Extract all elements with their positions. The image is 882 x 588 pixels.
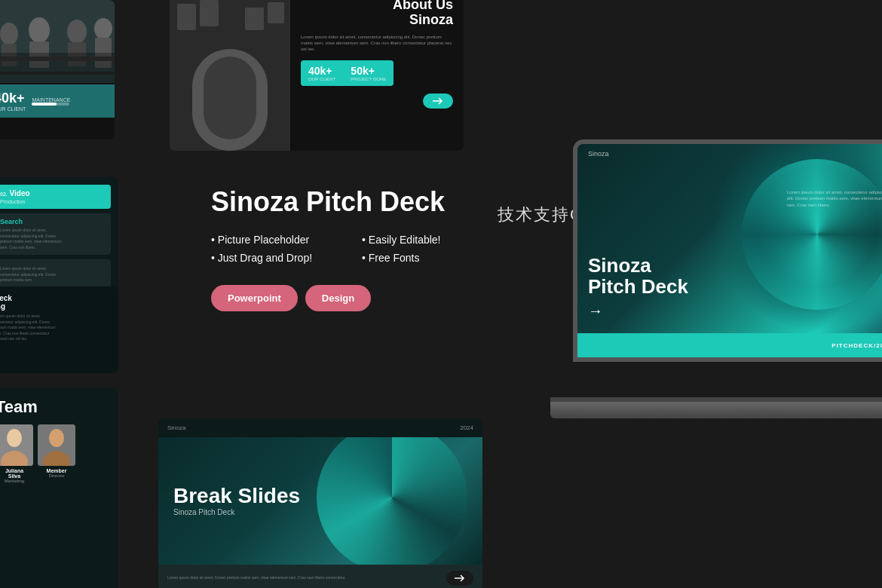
office-progress-fill — [32, 103, 57, 106]
svg-rect-16 — [245, 8, 264, 30]
design-button[interactable]: Design — [305, 285, 371, 311]
feature-picture-placeholder: • Picture Placeholder — [211, 234, 347, 246]
deck-lorem: Lorem ipsum dolor sit amet,consectetur a… — [0, 314, 111, 342]
about-heading: About Us Sinoza — [301, 0, 453, 28]
svg-rect-14 — [177, 4, 196, 30]
feature-free-fonts: • Free Fonts — [362, 252, 498, 264]
deck-title: Decking — [0, 294, 111, 311]
about-photo — [170, 0, 290, 151]
svg-rect-8 — [95, 38, 112, 68]
bullet-3: • Just Drag and Drop! — [211, 252, 312, 264]
teal-block-lorem: Lorem ipsum dolor sit amet,consectetur a… — [0, 259, 111, 288]
about-stat2: 50k+ PROJECT DONE — [343, 60, 394, 86]
office-sublabel: Maintenance — [32, 97, 70, 103]
svg-rect-10 — [0, 72, 115, 75]
slide-preview-office: 40k+ OUR CLIENT Maintenance — [0, 0, 115, 139]
break-subtitle: Sinoza Pitch Deck — [173, 508, 300, 516]
about-lorem: Lorem ipsum dolor sit amet, consectetur … — [301, 34, 453, 53]
break-text: Break Slides Sinoza Pitch Deck — [173, 485, 300, 516]
team-member-2: Member Director — [38, 424, 75, 483]
about-arrow-btn[interactable] — [423, 93, 453, 109]
team-title: Team — [0, 397, 109, 417]
break-header: Sinoza 2024 — [158, 418, 482, 437]
svg-rect-9 — [0, 57, 115, 61]
teal-block-search: Search Lorem ipsum dolor sit amet,consec… — [0, 213, 111, 255]
slide-preview-about: About Us Sinoza Lorem ipsum dolor sit am… — [170, 0, 464, 151]
team-member-avatar — [0, 424, 33, 466]
team-members-row: JulianaSilva Marketing Member Director — [0, 424, 109, 483]
slide-preview-break: Sinoza 2024 Break Slides Sinoza Pitch De… — [158, 418, 482, 588]
svg-point-19 — [7, 429, 22, 447]
svg-point-22 — [49, 429, 64, 447]
break-brand: Sinoza — [167, 424, 185, 431]
svg-point-3 — [29, 17, 50, 43]
office-label: OUR CLIENT — [0, 106, 26, 112]
feature-easily-editable: • Easily Editable! — [362, 234, 498, 246]
team-member-1: JulianaSilva Marketing — [0, 424, 33, 483]
laptop-screen: Sinoza Lorem ipsum dolor sit amet, conse… — [573, 139, 882, 362]
office-photo — [0, 0, 115, 83]
break-footer-lorem: Lorem ipsum dolor sit amet, Donec pretiu… — [167, 575, 356, 581]
svg-point-7 — [94, 18, 112, 39]
svg-rect-6 — [68, 42, 86, 66]
laptop-base — [550, 402, 882, 418]
office-progress-bar — [32, 103, 69, 106]
member2-name: Member — [38, 468, 75, 473]
svg-point-1 — [0, 23, 18, 45]
laptop-mockup: Sinoza Lorem ipsum dolor sit amet, conse… — [550, 139, 882, 426]
powerpoint-button[interactable]: Powerpoint — [211, 285, 298, 311]
svg-rect-13 — [204, 57, 256, 139]
break-year: 2024 — [460, 424, 473, 431]
features-grid: • Picture Placeholder • Easily Editable!… — [211, 234, 498, 264]
laptop-bottom-bar: PITCHDECK/2024 — [577, 333, 882, 357]
center-description: Sinoza Pitch Deck • Picture Placeholder … — [211, 187, 498, 311]
about-stats: 40k+ OUR CLIENT 50k+ PROJECT DONE — [301, 60, 453, 86]
break-main-area: Break Slides Sinoza Pitch Deck — [158, 437, 482, 565]
office-big-stat: 40k+ — [0, 90, 26, 106]
svg-rect-15 — [200, 0, 219, 26]
break-footer: Lorem ipsum dolor sit amet, Donec pretiu… — [158, 565, 482, 588]
office-stats: 40k+ OUR CLIENT Maintenance — [0, 84, 115, 118]
slide-preview-team: Team JulianaSilva Marketing Mem — [0, 388, 118, 588]
laptop-brand: Sinoza — [588, 150, 609, 158]
member-role: Marketing — [0, 479, 33, 483]
laptop-lorem: Lorem ipsum dolor sit amet, consectetur … — [787, 189, 882, 208]
svg-rect-4 — [29, 41, 49, 68]
member-name: JulianaSilva — [0, 468, 33, 479]
about-content: About Us Sinoza Lorem ipsum dolor sit am… — [290, 0, 464, 151]
svg-rect-2 — [2, 44, 17, 66]
teal-item-1: 02. Video Production — [0, 185, 111, 209]
svg-rect-17 — [268, 2, 284, 23]
about-stat1: 40k+ OUR CLIENT — [301, 60, 343, 86]
bullet-2: • Easily Editable! — [362, 234, 441, 246]
laptop-screen-inner: Sinoza Lorem ipsum dolor sit amet, conse… — [577, 144, 882, 357]
bullet-1: • Picture Placeholder — [211, 234, 309, 246]
laptop-bottom-label: PITCHDECK/2024 — [831, 342, 882, 349]
action-buttons: Powerpoint Design — [211, 285, 498, 311]
member2-role: Director — [38, 473, 75, 478]
break-title: Break Slides — [173, 485, 300, 507]
team-member-avatar-2 — [38, 424, 75, 466]
bullet-4: • Free Fonts — [362, 252, 419, 264]
main-title: Sinoza Pitch Deck — [211, 187, 498, 217]
laptop-pitch-text: Sinoza Pitch Deck → — [588, 255, 688, 320]
laptop-title: Sinoza Pitch Deck — [588, 255, 688, 298]
laptop-arrow: → — [588, 302, 688, 320]
break-arrow-btn[interactable] — [446, 571, 473, 586]
feature-drag-drop: • Just Drag and Drop! — [211, 252, 347, 264]
svg-point-5 — [67, 20, 87, 44]
slide-preview-deck: Decking Lorem ipsum dolor sit amet,conse… — [0, 286, 118, 373]
